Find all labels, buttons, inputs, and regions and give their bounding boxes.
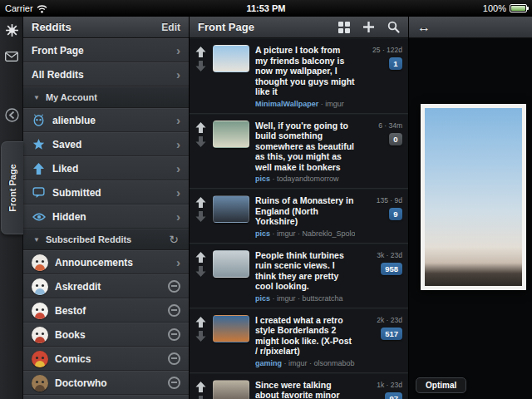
app-logo-icon[interactable] bbox=[0, 23, 23, 37]
battery-icon bbox=[510, 4, 527, 12]
upvote-icon[interactable] bbox=[195, 197, 206, 208]
post-thumbnail[interactable] bbox=[213, 45, 249, 72]
section-label: Subscribed Reddits bbox=[46, 234, 163, 244]
sidebar-item-books[interactable]: Books bbox=[23, 323, 189, 347]
post-source: imgur bbox=[325, 100, 344, 108]
post-row[interactable]: A picture I took from my friends balcony… bbox=[190, 38, 408, 114]
separator: · bbox=[321, 100, 323, 108]
post-source: imgur · olsonmabob bbox=[288, 359, 355, 367]
chevron-right-icon: › bbox=[176, 44, 180, 57]
subreddit-avatar bbox=[32, 303, 48, 319]
downvote-icon[interactable] bbox=[195, 211, 206, 222]
sidebar-item-doesanybodyelse[interactable]: Doesanybodyelse bbox=[23, 395, 189, 399]
sidebar-item-saved[interactable]: Saved › bbox=[23, 132, 189, 156]
downvote-icon[interactable] bbox=[195, 331, 206, 342]
sidebar-item-doctorwho[interactable]: Doctorwho bbox=[23, 371, 189, 395]
comments-badge[interactable]: 517 bbox=[381, 328, 402, 340]
sidebar-item-comics[interactable]: Comics bbox=[23, 347, 189, 371]
separator: · bbox=[273, 229, 275, 238]
upvote-icon[interactable] bbox=[195, 382, 206, 392]
image-quality-button[interactable]: Optimal bbox=[416, 377, 466, 393]
resize-icon[interactable]: ↔ bbox=[417, 20, 431, 35]
post-subreddit[interactable]: gaming bbox=[255, 359, 282, 367]
downvote-icon[interactable] bbox=[195, 136, 206, 147]
sidebar-item-hidden[interactable]: Hidden › bbox=[23, 204, 189, 229]
post-subreddit[interactable]: pics bbox=[255, 294, 270, 303]
comments-badge[interactable]: 0 bbox=[389, 133, 402, 145]
sidebar-item-label: Announcements bbox=[55, 257, 170, 268]
subreddit-avatar bbox=[32, 254, 48, 271]
battery-percent: 100% bbox=[483, 3, 506, 13]
post-thumbnail[interactable] bbox=[213, 315, 249, 342]
add-post-icon[interactable] bbox=[362, 21, 375, 33]
tab-front-page-label: Front Page bbox=[7, 164, 17, 211]
post-subreddit[interactable]: pics bbox=[255, 229, 270, 238]
section-subscribed-reddits[interactable]: ▼ Subscribed Reddits ↻ bbox=[23, 229, 189, 250]
post-row[interactable]: Ruins of a Monastery in England (North Y… bbox=[190, 189, 408, 244]
sidebar-item-label: All Reddits bbox=[32, 69, 170, 81]
unsubscribe-icon[interactable] bbox=[168, 280, 180, 293]
messages-icon[interactable] bbox=[0, 52, 23, 62]
post-row[interactable]: Since were talking about favorite minor … bbox=[190, 373, 408, 399]
downvote-icon[interactable] bbox=[195, 396, 206, 399]
post-thumbnail[interactable] bbox=[213, 250, 249, 278]
upvote-icon[interactable] bbox=[195, 122, 206, 133]
sidebar-item-bestof[interactable]: Bestof bbox=[23, 298, 189, 323]
upvote-icon[interactable] bbox=[195, 47, 206, 57]
sidebar-item-label: Submitted bbox=[52, 187, 170, 199]
postlist-title: Front Page bbox=[198, 21, 254, 33]
subreddit-avatar bbox=[32, 375, 48, 392]
unsubscribe-icon[interactable] bbox=[168, 304, 180, 317]
unsubscribe-icon[interactable] bbox=[168, 352, 180, 365]
tab-front-page[interactable]: Front Page bbox=[1, 141, 23, 234]
chevron-right-icon: › bbox=[176, 210, 180, 223]
post-thumbnail[interactable] bbox=[213, 121, 249, 148]
chevron-right-icon: › bbox=[176, 186, 180, 199]
section-my-account[interactable]: ▼ My Account bbox=[23, 86, 189, 108]
post-list-panel: Front Page A picture I took from my frie… bbox=[190, 17, 409, 399]
sidebar-item-liked[interactable]: Liked › bbox=[23, 156, 189, 180]
post-thumbnail[interactable] bbox=[213, 195, 249, 223]
sidebar-item-all-reddits[interactable]: All Reddits › bbox=[23, 62, 189, 86]
post-row[interactable]: I created what a retro style Borderlands… bbox=[190, 308, 408, 373]
post-image-content bbox=[425, 108, 522, 286]
upvote-icon[interactable] bbox=[195, 317, 206, 328]
upvote-icon[interactable] bbox=[195, 252, 206, 263]
content-preview-panel: ↔ Optimal bbox=[409, 17, 532, 399]
refresh-icon[interactable]: ↻ bbox=[169, 233, 179, 246]
sidebar-item-announcements[interactable]: Announcements › bbox=[23, 250, 189, 274]
comment-icon bbox=[32, 186, 46, 199]
post-subreddit[interactable]: MinimalWallpaper bbox=[255, 100, 318, 108]
post-image[interactable] bbox=[421, 104, 526, 290]
sidebar-item-askreddit[interactable]: Askreddit bbox=[23, 274, 189, 298]
downvote-icon[interactable] bbox=[195, 61, 206, 71]
post-row[interactable]: Well, if you're going to build something… bbox=[190, 114, 408, 190]
preview-header: ↔ bbox=[409, 17, 532, 38]
downvote-icon[interactable] bbox=[195, 266, 206, 277]
post-row[interactable]: People think turbines ruin scenic views.… bbox=[190, 244, 408, 308]
post-title: Well, if you're going to build something… bbox=[255, 121, 355, 173]
sidebar-item-alienblue[interactable]: alienblue › bbox=[23, 108, 189, 132]
collapse-panel-icon[interactable] bbox=[0, 108, 23, 122]
layout-grid-icon[interactable] bbox=[338, 22, 350, 33]
post-thumbnail[interactable] bbox=[213, 380, 249, 399]
unsubscribe-icon[interactable] bbox=[168, 328, 180, 341]
post-subline: MinimalWallpaper · imgur bbox=[255, 100, 355, 108]
post-subline: gaming · imgur · olsonmabob bbox=[255, 359, 355, 367]
tab-strip: Front Page bbox=[0, 17, 23, 399]
chevron-right-icon: › bbox=[176, 68, 180, 81]
comments-badge[interactable]: 958 bbox=[381, 263, 402, 275]
comments-badge[interactable]: 97 bbox=[385, 392, 402, 399]
alien-icon bbox=[32, 114, 46, 126]
post-subline: pics · todayandtomorrow bbox=[255, 175, 355, 183]
post-subreddit[interactable]: pics bbox=[255, 175, 270, 183]
comments-badge[interactable]: 9 bbox=[389, 208, 402, 220]
edit-button[interactable]: Edit bbox=[161, 22, 180, 33]
eye-icon bbox=[32, 212, 46, 222]
comments-badge[interactable]: 1 bbox=[389, 57, 402, 70]
sidebar-item-front-page[interactable]: Front Page › bbox=[23, 38, 189, 62]
search-icon[interactable] bbox=[387, 21, 400, 33]
unsubscribe-icon[interactable] bbox=[168, 377, 180, 389]
sidebar-item-submitted[interactable]: Submitted › bbox=[23, 180, 189, 204]
sidebar-item-label: Front Page bbox=[32, 45, 170, 57]
